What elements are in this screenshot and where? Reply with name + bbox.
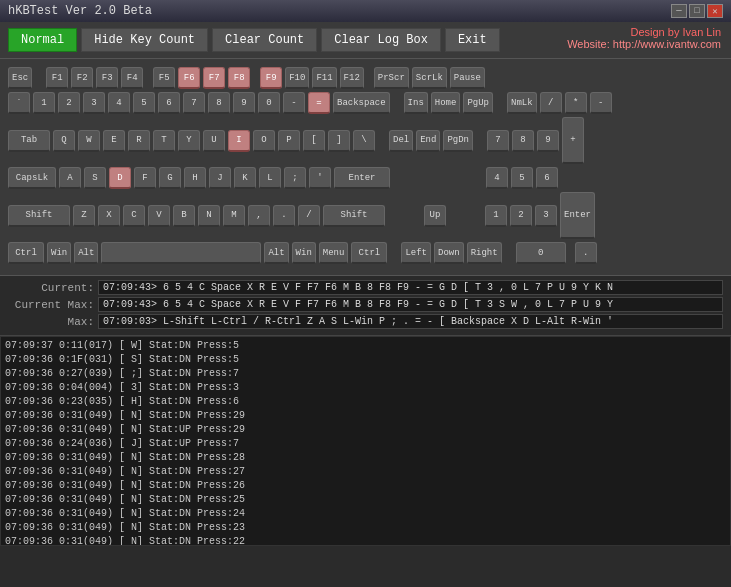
key-pgdn[interactable]: PgDn: [443, 130, 473, 152]
key-left[interactable]: Left: [401, 242, 431, 264]
key-minus[interactable]: -: [283, 92, 305, 114]
key-lbracket[interactable]: [: [303, 130, 325, 152]
key-capslock[interactable]: CapsLk: [8, 167, 56, 189]
key-s[interactable]: S: [84, 167, 106, 189]
key-n[interactable]: N: [198, 205, 220, 227]
key-num3[interactable]: 3: [535, 205, 557, 227]
key-5[interactable]: 5: [133, 92, 155, 114]
key-a[interactable]: A: [59, 167, 81, 189]
key-b[interactable]: B: [173, 205, 195, 227]
key-num1[interactable]: 1: [485, 205, 507, 227]
key-e[interactable]: E: [103, 130, 125, 152]
key-home[interactable]: Home: [431, 92, 461, 114]
key-ctrl-left[interactable]: Ctrl: [8, 242, 44, 264]
key-num-plus[interactable]: +: [562, 117, 584, 164]
hide-key-count-button[interactable]: Hide Key Count: [81, 28, 208, 52]
key-pgup[interactable]: PgUp: [463, 92, 493, 114]
key-j[interactable]: J: [209, 167, 231, 189]
key-l[interactable]: L: [259, 167, 281, 189]
key-q[interactable]: Q: [53, 130, 75, 152]
key-equals[interactable]: =: [308, 92, 330, 114]
minimize-button[interactable]: ─: [671, 4, 687, 18]
key-7[interactable]: 7: [183, 92, 205, 114]
key-esc[interactable]: Esc: [8, 67, 32, 89]
key-tab[interactable]: Tab: [8, 130, 50, 152]
clear-count-button[interactable]: Clear Count: [212, 28, 317, 52]
key-backtick[interactable]: `: [8, 92, 30, 114]
key-shift-left[interactable]: Shift: [8, 205, 70, 227]
key-9[interactable]: 9: [233, 92, 255, 114]
key-g[interactable]: G: [159, 167, 181, 189]
key-p[interactable]: P: [278, 130, 300, 152]
key-num-minus[interactable]: -: [590, 92, 612, 114]
key-down[interactable]: Down: [434, 242, 464, 264]
key-enter[interactable]: Enter: [334, 167, 390, 189]
key-r[interactable]: R: [128, 130, 150, 152]
key-num5[interactable]: 5: [511, 167, 533, 189]
key-up[interactable]: Up: [424, 205, 446, 227]
exit-button[interactable]: Exit: [445, 28, 500, 52]
key-num-enter[interactable]: Enter: [560, 192, 595, 239]
key-k[interactable]: K: [234, 167, 256, 189]
key-num4[interactable]: 4: [486, 167, 508, 189]
log-area[interactable]: 07:09:37 0:11(017) [ W] Stat:DN Press:50…: [0, 336, 731, 546]
key-num7[interactable]: 7: [487, 130, 509, 152]
key-f3[interactable]: F3: [96, 67, 118, 89]
key-f12[interactable]: F12: [340, 67, 364, 89]
key-menu[interactable]: Menu: [319, 242, 349, 264]
key-f6[interactable]: F6: [178, 67, 200, 89]
key-num2[interactable]: 2: [510, 205, 532, 227]
key-comma[interactable]: ,: [248, 205, 270, 227]
key-f7[interactable]: F7: [203, 67, 225, 89]
key-end[interactable]: End: [416, 130, 440, 152]
key-6[interactable]: 6: [158, 92, 180, 114]
key-f10[interactable]: F10: [285, 67, 309, 89]
key-4[interactable]: 4: [108, 92, 130, 114]
key-num9[interactable]: 9: [537, 130, 559, 152]
key-ins[interactable]: Ins: [404, 92, 428, 114]
key-numlock[interactable]: NmLk: [507, 92, 537, 114]
key-t[interactable]: T: [153, 130, 175, 152]
key-x[interactable]: X: [98, 205, 120, 227]
key-num-slash[interactable]: /: [540, 92, 562, 114]
key-rbracket[interactable]: ]: [328, 130, 350, 152]
key-z[interactable]: Z: [73, 205, 95, 227]
close-button[interactable]: ✕: [707, 4, 723, 18]
key-1[interactable]: 1: [33, 92, 55, 114]
key-d[interactable]: D: [109, 167, 131, 189]
key-ctrl-right[interactable]: Ctrl: [351, 242, 387, 264]
key-u[interactable]: U: [203, 130, 225, 152]
key-w[interactable]: W: [78, 130, 100, 152]
key-f2[interactable]: F2: [71, 67, 93, 89]
key-num6[interactable]: 6: [536, 167, 558, 189]
key-8[interactable]: 8: [208, 92, 230, 114]
key-win-left[interactable]: Win: [47, 242, 71, 264]
key-f1[interactable]: F1: [46, 67, 68, 89]
normal-button[interactable]: Normal: [8, 28, 77, 52]
key-num-dot[interactable]: .: [575, 242, 597, 264]
key-i[interactable]: I: [228, 130, 250, 152]
key-num8[interactable]: 8: [512, 130, 534, 152]
maximize-button[interactable]: □: [689, 4, 705, 18]
key-v[interactable]: V: [148, 205, 170, 227]
key-f5[interactable]: F5: [153, 67, 175, 89]
key-pause[interactable]: Pause: [450, 67, 485, 89]
key-num-star[interactable]: *: [565, 92, 587, 114]
key-backspace[interactable]: Backspace: [333, 92, 390, 114]
key-right[interactable]: Right: [467, 242, 502, 264]
key-scrlk[interactable]: ScrLk: [412, 67, 447, 89]
clear-log-box-button[interactable]: Clear Log Box: [321, 28, 441, 52]
key-prtsc[interactable]: PrScr: [374, 67, 409, 89]
key-3[interactable]: 3: [83, 92, 105, 114]
key-f4[interactable]: F4: [121, 67, 143, 89]
key-m[interactable]: M: [223, 205, 245, 227]
key-o[interactable]: O: [253, 130, 275, 152]
key-f[interactable]: F: [134, 167, 156, 189]
key-win-right[interactable]: Win: [292, 242, 316, 264]
key-num0[interactable]: 0: [516, 242, 566, 264]
key-space[interactable]: [101, 242, 261, 264]
key-h[interactable]: H: [184, 167, 206, 189]
key-alt-left[interactable]: Alt: [74, 242, 98, 264]
key-backslash[interactable]: \: [353, 130, 375, 152]
key-0[interactable]: 0: [258, 92, 280, 114]
